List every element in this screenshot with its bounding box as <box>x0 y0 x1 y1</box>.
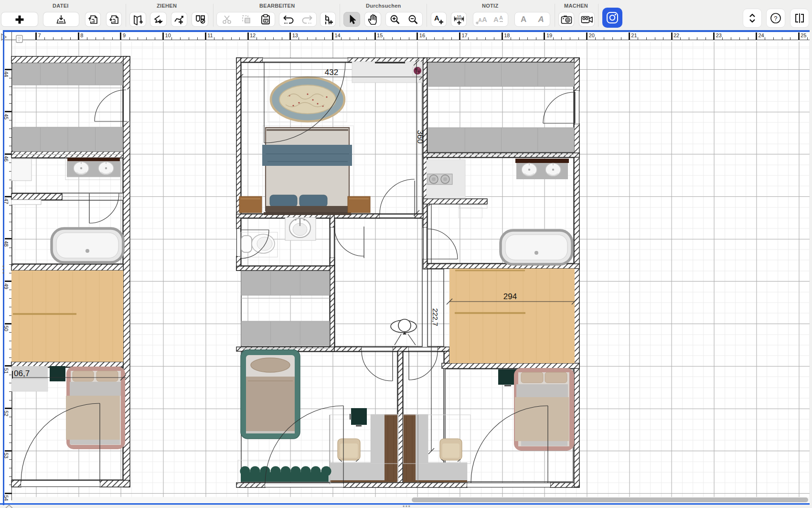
svg-text:222,7: 222,7 <box>431 308 439 326</box>
svg-text:06,7: 06,7 <box>14 369 30 378</box>
svg-text:A: A <box>499 15 503 21</box>
svg-text:360: 360 <box>416 130 425 143</box>
svg-text:432: 432 <box>325 68 338 77</box>
svg-text:A: A <box>478 17 482 23</box>
svg-text:10: 10 <box>457 14 461 18</box>
svg-text:A: A <box>434 14 439 22</box>
svg-text:A: A <box>482 15 487 23</box>
svg-text:?: ? <box>774 15 777 22</box>
svg-text:A: A <box>493 15 499 23</box>
svg-text:294: 294 <box>503 292 517 301</box>
